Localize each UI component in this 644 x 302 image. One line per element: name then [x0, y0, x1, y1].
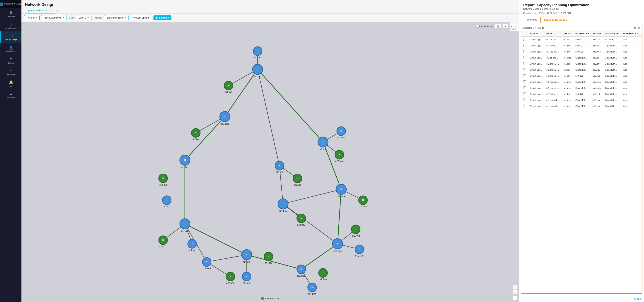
next-button[interactable]: ›: [514, 24, 517, 28]
tab-close-icon[interactable]: ✕: [50, 9, 52, 12]
refresh-icon-button[interactable]: ↻: [634, 26, 636, 30]
auto-focus-checkbox[interactable]: [261, 297, 264, 300]
row-checkbox[interactable]: [523, 74, 526, 77]
node-cr1-kcy[interactable]: ✕ cr1.kcy: [278, 199, 288, 212]
table-row[interactable]: Circuit Upg... cr2.chi-cr1.... cr1.sjc G…: [521, 61, 642, 67]
row-checkbox-cell[interactable]: [521, 55, 528, 61]
node-cr1-chi[interactable]: ✕ cr1.chi: [242, 250, 252, 263]
node-cr1-nyc[interactable]: ✕ cr1.nyc: [332, 239, 343, 252]
sidebar-item-collector[interactable]: ≡ Collector: [0, 55, 22, 66]
actions-button[interactable]: Actions ▼: [24, 15, 40, 20]
close-button[interactable]: Close: [634, 297, 641, 300]
table-scroll[interactable]: ACTION NAME NODEA INTERFACEA NODEB INTER…: [521, 31, 642, 293]
topology-icon-button[interactable]: ⊕: [503, 24, 508, 28]
table-row[interactable]: Circuit Upg... cr2.chi-cr2.... cr2.chi G…: [521, 67, 642, 73]
row-checkbox[interactable]: [523, 86, 526, 89]
row-checkbox[interactable]: [523, 98, 526, 101]
node-cr2-mia[interactable]: ✕ cr2.mia: [335, 150, 344, 163]
node-cr1-hst[interactable]: ✕ cr1.hst: [220, 112, 230, 125]
node-cr1-ac[interactable]: ✕ cr1.ac: [275, 161, 284, 174]
node-cr1-atl[interactable]: ✕ cr1.atl: [252, 64, 263, 78]
row-checkbox-cell[interactable]: [521, 97, 528, 103]
node-cr2-kcy[interactable]: ✕ cr2.kcy: [297, 214, 306, 226]
sidebar-item-network-design[interactable]: ⬡ Network Design: [0, 32, 22, 43]
preset-workflows-button[interactable]: Preset workflows ▼: [41, 15, 67, 20]
tab-summary[interactable]: Summary: [523, 16, 540, 23]
node-cr2-lax[interactable]: ✕ cr2.lax: [159, 174, 168, 186]
row-checkbox[interactable]: [523, 104, 526, 107]
row-checkbox[interactable]: [523, 56, 526, 59]
row-checkbox[interactable]: [523, 38, 526, 41]
node-er1-mia[interactable]: ✕ er1.mia: [337, 127, 346, 139]
row-checkbox[interactable]: [523, 68, 526, 71]
sidebar-item-dashboard[interactable]: ⊞ Dashboard: [0, 8, 22, 20]
node-cr1-sjc[interactable]: ✕ cr1.sjc: [180, 219, 190, 232]
node-cr2-wdc[interactable]: ✕ cr2.wdc: [359, 196, 368, 208]
node-cr2-sea[interactable]: ✕ cr2.sea: [226, 272, 235, 284]
node-cr2-hst[interactable]: ✕ cr2.hst: [192, 128, 200, 141]
prev-button[interactable]: ‹: [510, 24, 513, 28]
row-checkbox-cell[interactable]: [521, 36, 528, 43]
table-row[interactable]: Circuit Upg... cr1.sjc-cr1.... cr1.kcy x…: [521, 43, 642, 49]
simulate-button[interactable]: ▶ Simulate: [154, 16, 172, 20]
settings-icon-button[interactable]: ⚙: [638, 26, 640, 30]
table-row[interactable]: Circuit Upg... cr1.atl-cr1.... cr1.atl x…: [521, 36, 642, 43]
row-checkbox-cell[interactable]: [521, 73, 528, 79]
table-row[interactable]: Circuit Upg... er1.hst-cr1.... cr1.hst x…: [521, 91, 642, 97]
sidebar-item-job-manager[interactable]: 👤 Job Manager: [0, 43, 22, 55]
sidebar-item-administration[interactable]: ≡ Administration: [0, 90, 22, 101]
row-checkbox[interactable]: [523, 44, 526, 47]
node-er1-chi[interactable]: ✕ er1.chi: [242, 272, 251, 284]
row-checkbox-cell[interactable]: [521, 79, 528, 85]
tab-capacity-upgrades[interactable]: Capacity Upgrades: [540, 16, 570, 23]
zoom-in-button[interactable]: +: [512, 290, 517, 294]
list-icon-button[interactable]: ≡: [512, 284, 517, 289]
table-row[interactable]: Circuit Upg... cr1.chi-cr2.... cr1.chi x…: [521, 73, 642, 79]
node-cr1-lax[interactable]: ✕ cr1.lax: [180, 155, 190, 169]
zoom-out-button[interactable]: −: [512, 295, 517, 300]
node-cr1-mia[interactable]: ✕ cr1.mia: [318, 137, 328, 150]
node-er1-atl[interactable]: ✕ er1.atl: [253, 47, 262, 59]
table-row[interactable]: Circuit Upg... cr1.nyc-cr2.... cr1.nyc G…: [521, 85, 642, 91]
table-row[interactable]: Circuit Upg... er1.nyc-cr1.... cr1.nyc G…: [521, 97, 642, 103]
sidebar-item-network-models[interactable]: ⬡ Network Models: [0, 20, 22, 32]
row-checkbox-cell[interactable]: [521, 91, 528, 97]
sidebar-item-alerts[interactable]: 🔔 Alerts: [0, 78, 22, 90]
node-cr2-atl[interactable]: ✕ cr2.atl: [224, 81, 233, 94]
node-er1-bos[interactable]: ✕ er1.bos: [308, 283, 316, 295]
tab-processed-lab[interactable]: processed-lab.pln ✕: [25, 8, 55, 14]
tab-add-button[interactable]: +: [55, 8, 60, 14]
row-checkbox-cell[interactable]: [521, 103, 528, 109]
row-checkbox-cell[interactable]: [521, 85, 528, 91]
globe-icon-button[interactable]: 🌐: [495, 24, 501, 28]
row-checkbox-cell[interactable]: [521, 49, 528, 55]
row-checkbox-cell[interactable]: [521, 61, 528, 67]
layer-button[interactable]: Layer 3 ▼: [76, 15, 92, 20]
node-er1-nyc[interactable]: ✕ er1.nyc: [355, 245, 364, 257]
table-row[interactable]: Circuit Upg... cr1.mia-cr2.... cr1.mia G…: [521, 79, 642, 85]
network-options-button[interactable]: Network options: [130, 15, 152, 20]
node-er1-lax[interactable]: ✕ er1.lax: [162, 196, 171, 208]
row-checkbox[interactable]: [523, 80, 526, 83]
row-checkbox-cell[interactable]: [521, 67, 528, 73]
node-cr1-sea[interactable]: ✕ cr1.sea: [202, 258, 211, 270]
node-cr2-ac[interactable]: ✕ cr2.ac: [293, 174, 302, 186]
node-cr2-bos[interactable]: ✕ cr2.bos: [319, 269, 328, 281]
row-checkbox-cell[interactable]: [521, 43, 528, 49]
node-cr2-nyc[interactable]: ✕ cr2.nyc: [352, 225, 360, 237]
row-checkbox[interactable]: [523, 62, 526, 65]
simulated-traffic-button[interactable]: Simulated traffic ▼: [104, 15, 128, 20]
row-checkbox[interactable]: [523, 50, 526, 53]
node-cr1-wdc[interactable]: ✕ cr1.wdc: [336, 184, 346, 198]
show-groups-label[interactable]: Show Groups: [477, 25, 494, 28]
sidebar-item-licensing[interactable]: ≡ Licensing: [0, 66, 22, 78]
move-icon-button[interactable]: ⊕: [277, 297, 280, 300]
node-cr2-chi[interactable]: ✕ cr2.chi: [264, 252, 273, 264]
node-cr2-sjc[interactable]: ✕ cr2.sjc: [159, 236, 168, 248]
node-cr1-bos[interactable]: ✕ cr1.bos: [297, 265, 306, 277]
table-row[interactable]: Circuit Upg... er1.nyc-cr2.... cr2.nyc G…: [521, 103, 642, 109]
row-checkbox[interactable]: [523, 92, 526, 95]
table-row[interactable]: Circuit Upg... cr2.atl-cr1.... cr1.wdc G…: [521, 55, 642, 61]
show-groups-checkbox[interactable]: [477, 25, 480, 28]
table-row[interactable]: Circuit Upg... cr1.kcy-cr1.... cr1.kcy x…: [521, 49, 642, 55]
